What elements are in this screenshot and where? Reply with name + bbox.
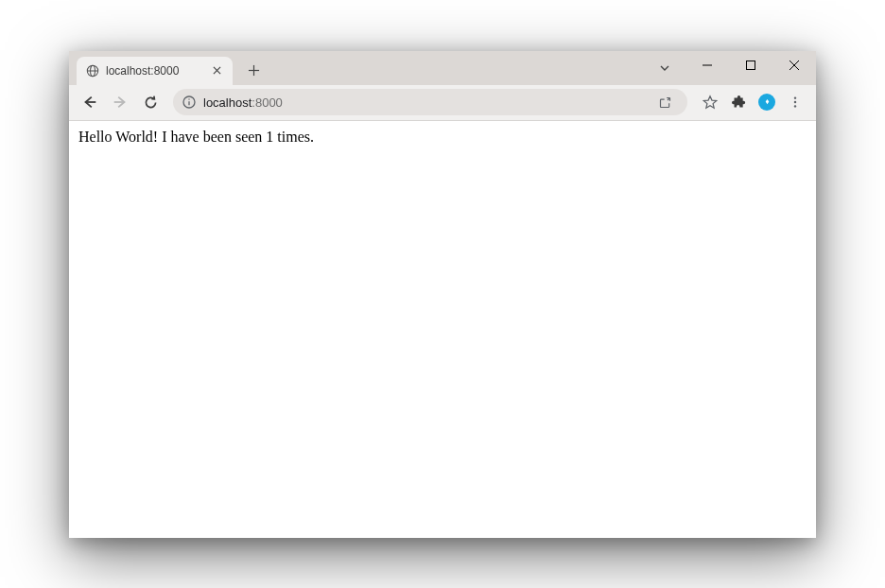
maximize-button[interactable] [729,51,772,79]
bookmark-button[interactable] [697,89,723,115]
tab-title: localhost:8000 [106,64,203,78]
url-port: :8000 [252,95,283,110]
close-tab-button[interactable] [210,64,223,78]
extensions-button[interactable] [725,89,752,115]
forward-button[interactable] [107,89,133,115]
back-button[interactable] [77,89,103,115]
tabs-dropdown-button[interactable] [653,57,676,79]
window-controls [685,51,816,79]
url-host: localhost [203,95,252,110]
extension-badge[interactable] [754,89,780,115]
url-text: localhost:8000 [203,95,644,110]
page-content: Hello World! I have been seen 1 times. [69,121,816,538]
toolbar: localhost:8000 [69,85,816,121]
site-info-icon[interactable] [182,95,196,109]
svg-rect-8 [747,61,755,69]
tab-strip: localhost:8000 [69,51,267,85]
title-bar: localhost:8000 [69,51,816,85]
svg-point-15 [188,98,189,99]
svg-marker-16 [703,96,716,108]
svg-point-18 [794,101,796,103]
globe-icon [86,64,99,78]
body-text: Hello World! I have been seen 1 times. [78,129,314,145]
extension-circle-icon [758,94,775,111]
browser-tab[interactable]: localhost:8000 [77,57,233,85]
svg-point-17 [794,96,796,98]
svg-point-19 [794,105,796,107]
reload-button[interactable] [137,89,164,115]
menu-button[interactable] [782,89,808,115]
new-tab-button[interactable] [240,58,267,84]
close-window-button[interactable] [772,51,816,79]
address-bar[interactable]: localhost:8000 [173,89,687,115]
toolbar-right [697,89,808,115]
browser-window: localhost:8000 [69,51,816,538]
minimize-button[interactable] [685,51,729,79]
share-button[interactable] [651,89,678,115]
